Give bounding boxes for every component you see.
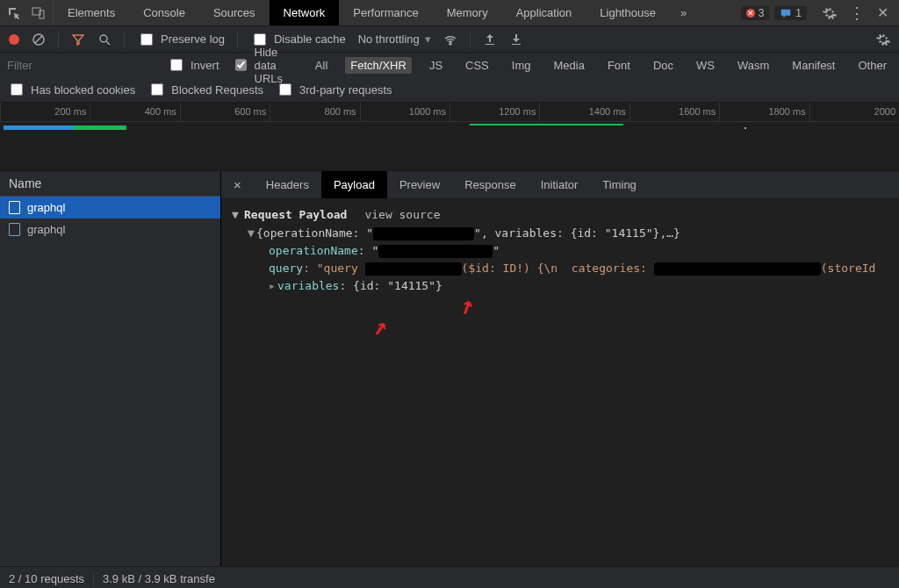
search-icon[interactable] [97,32,111,47]
invert-checkbox[interactable]: Invert [167,56,219,74]
svg-point-6 [450,43,451,45]
filter-input[interactable] [7,57,155,74]
tab-network[interactable]: Network [270,0,340,25]
request-count: 2 / 10 requests [9,572,84,585]
tab-initiator[interactable]: Initiator [529,171,591,198]
record-button[interactable] [9,34,19,45]
payload-query-line[interactable]: query: "query ($id: ID!) {\n categories:… [227,260,894,277]
cat-other[interactable]: Other [852,57,892,74]
tick-label: 1600 ms [679,106,716,117]
error-badge[interactable]: ✕3 [741,6,770,20]
payload-operation-line[interactable]: operationName: "" [227,242,894,260]
tick-label: 600 ms [234,106,266,117]
cat-all[interactable]: All [310,57,333,74]
cat-doc[interactable]: Doc [648,57,679,74]
device-toggle-icon[interactable] [32,6,46,20]
tab-headers[interactable]: Headers [254,171,321,198]
payload-body: ▼Request Payload view source ▼{operation… [221,199,899,566]
close-detail-icon[interactable]: × [221,177,254,192]
cat-fetch-xhr[interactable]: Fetch/XHR [345,57,412,74]
tab-performance[interactable]: Performance [339,0,432,25]
request-row[interactable]: graphql [0,219,220,240]
close-devtools-icon[interactable]: ✕ [877,4,888,21]
tick-label: 800 ms [325,106,356,117]
payload-title: Request Payload [244,208,347,221]
tab-preview[interactable]: Preview [387,171,452,198]
cat-img[interactable]: Img [507,57,536,74]
request-list-panel: Name graphql graphql [0,171,221,566]
tab-elements[interactable]: Elements [54,0,129,25]
cat-ws[interactable]: WS [691,57,720,74]
tab-payload[interactable]: Payload [321,171,387,198]
settings-icon[interactable] [823,6,837,20]
tick-label: 200 ms [54,106,86,117]
blocked-cookies-checkbox[interactable]: Has blocked cookies [7,81,135,98]
timeline-overview[interactable]: 200 ms 400 ms 600 ms 800 ms 1000 ms 1200… [0,103,899,171]
chevron-down-icon: ▾ [425,32,431,46]
tab-response[interactable]: Response [452,171,529,198]
cat-wasm[interactable]: Wasm [732,57,774,74]
third-party-checkbox[interactable]: 3rd-party requests [276,81,392,98]
tab-console[interactable]: Console [129,0,199,25]
file-icon [9,223,20,236]
transfer-size: 3.9 kB / 3.9 kB transfe [103,572,215,585]
tab-timing[interactable]: Timing [590,171,649,198]
blocked-requests-checkbox[interactable]: Blocked Requests [147,81,263,98]
payload-variables-line[interactable]: ▸variables: {id: "14115"} [227,277,894,294]
network-toolbar: Preserve log Disable cache No throttling… [0,26,899,53]
svg-line-3 [35,36,42,43]
upload-har-icon[interactable] [483,32,497,47]
name-column-header[interactable]: Name [0,171,220,197]
messages-badge[interactable]: 1 [774,6,807,20]
tick-label: 1400 ms [589,106,626,117]
throttling-select[interactable]: No throttling ▾ [358,32,431,46]
filter-icon[interactable] [71,32,85,47]
error-count: 3 [759,7,765,19]
tick-label: 1200 ms [499,106,536,117]
annotation-arrow-icon: ↗ [370,311,389,341]
tick-label: 1800 ms [768,106,805,117]
filter-bar: Invert Hide data URLs All Fetch/XHR JS C… [0,53,899,103]
request-row[interactable]: graphql [0,197,220,219]
cat-js[interactable]: JS [424,57,448,74]
cat-manifest[interactable]: Manifest [787,57,840,74]
kebab-menu-icon[interactable]: ⋮ [849,4,865,23]
tick-label: 2000 [874,106,895,117]
section-collapse-icon[interactable]: ▼ [232,208,241,221]
cat-media[interactable]: Media [548,57,589,74]
clear-icon[interactable] [32,32,46,47]
file-icon [9,201,20,214]
svg-point-4 [100,35,107,42]
detail-panel: × Headers Payload Preview Response Initi… [221,171,899,566]
panel-settings-icon[interactable] [876,32,890,47]
cat-css[interactable]: CSS [460,57,494,74]
svg-line-5 [106,41,110,45]
tab-sources[interactable]: Sources [199,0,270,25]
tab-lighthouse[interactable]: Lighthouse [586,0,670,25]
tick-label: 1000 ms [409,106,446,117]
inspect-icon[interactable] [7,6,21,20]
download-har-icon[interactable] [509,32,523,47]
status-bar: 2 / 10 requests 3.9 kB / 3.9 kB transfe [0,566,899,588]
more-tabs-icon[interactable]: » [670,6,697,19]
tab-memory[interactable]: Memory [433,0,502,25]
request-name: graphql [27,201,65,214]
cat-font[interactable]: Font [602,57,636,74]
preserve-log-checkbox[interactable]: Preserve log [137,31,225,48]
tab-application[interactable]: Application [502,0,586,25]
message-count: 1 [795,7,802,19]
wifi-icon[interactable] [443,32,457,47]
view-source-link[interactable]: view source [364,208,440,221]
tick-label: 400 ms [145,106,176,117]
payload-summary-line[interactable]: ▼{operationName: "", variables: {id: "14… [227,225,894,242]
main-tab-strip: Elements Console Sources Network Perform… [0,0,899,26]
request-name: graphql [27,223,65,236]
